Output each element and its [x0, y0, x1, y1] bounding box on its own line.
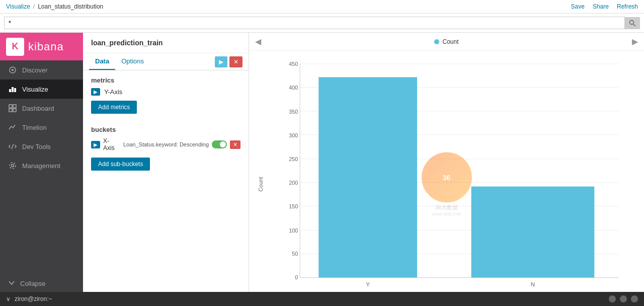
xaxis-badge-label: X-Axis — [103, 137, 115, 151]
breadcrumb-current: Loan_status_distribution — [38, 3, 103, 10]
svg-text:450: 450 — [289, 61, 298, 67]
svg-text:350: 350 — [289, 109, 298, 115]
sidebar-item-discover-label: Discover — [22, 66, 48, 74]
metrics-header: metrics — [91, 76, 240, 84]
share-button[interactable]: Share — [593, 3, 609, 10]
svg-point-13 — [10, 163, 16, 169]
chart-legend: Count — [434, 38, 458, 45]
devtools-icon — [8, 142, 17, 151]
visualize-icon — [8, 85, 17, 94]
svg-line-11 — [12, 144, 14, 149]
svg-line-1 — [633, 24, 636, 26]
top-bar: Visualize / Loan_status_distribution Sav… — [0, 0, 644, 14]
svg-text:150: 150 — [289, 203, 298, 209]
sidebar-item-management[interactable]: Management — [0, 156, 83, 175]
bucket-desc: Loan_Status.keyword: Descending — [123, 141, 209, 147]
buckets-section: buckets ▶ X-Axis Loan_Status.keyword: De… — [83, 120, 249, 177]
terminal-controls — [609, 295, 638, 302]
yaxis-badge: ▶ — [91, 88, 100, 96]
timelion-icon — [8, 123, 17, 132]
sidebar: K kibana Discover Visualize Dashboard — [0, 33, 83, 292]
refresh-button[interactable]: Refresh — [617, 3, 638, 10]
svg-text:N: N — [531, 281, 535, 287]
sidebar-item-timelion[interactable]: Timelion — [0, 118, 83, 137]
kibana-logo-text: kibana — [28, 40, 64, 53]
sidebar-item-visualize[interactable]: Visualize — [0, 80, 83, 99]
svg-text:100: 100 — [289, 227, 298, 234]
bucket-item-xaxis: ▶ X-Axis Loan_Status.keyword: Descending… — [91, 137, 240, 151]
kibana-logo-icon: K — [6, 38, 24, 56]
xaxis-label: X-Axis — [103, 137, 120, 151]
tab-data[interactable]: Data — [89, 53, 115, 70]
chart-svg: 0 50 100 150 200 250 300 350 400 450 — [279, 61, 624, 292]
svg-text:50: 50 — [292, 251, 298, 257]
yaxis-label: Y-Axis — [104, 88, 122, 96]
svg-point-0 — [630, 20, 634, 24]
add-subbuckets-button[interactable]: Add sub-buckets — [91, 158, 150, 171]
chart-nav: ◀ Count ▶ — [249, 33, 644, 51]
sidebar-item-timelion-label: Timelion — [22, 124, 47, 131]
sidebar-item-dashboard-label: Dashboard — [22, 105, 54, 112]
search-button[interactable] — [625, 17, 640, 29]
buckets-header: buckets — [91, 126, 240, 133]
top-actions: Save Share Refresh — [571, 3, 638, 10]
save-button[interactable]: Save — [571, 3, 585, 10]
bucket-delete-button[interactable]: ✕ — [230, 140, 240, 149]
sidebar-nav: Discover Visualize Dashboard Timelion — [0, 60, 83, 275]
breadcrumb-visualize[interactable]: Visualize — [6, 3, 30, 10]
chart-prev-button[interactable]: ◀ — [255, 37, 261, 46]
terminal-control-3[interactable] — [631, 295, 638, 302]
sidebar-item-management-label: Management — [22, 162, 60, 170]
collapse-label: Collapse — [20, 280, 46, 287]
svg-rect-8 — [13, 105, 16, 108]
panel-tabs: Data Options ▶ ✕ — [83, 53, 249, 70]
dashboard-icon — [8, 104, 17, 113]
svg-point-12 — [12, 165, 14, 167]
terminal-control-1[interactable] — [609, 295, 616, 302]
panel-tab-actions: ▶ ✕ — [215, 56, 243, 67]
terminal-control-2[interactable] — [620, 295, 627, 302]
search-input[interactable] — [4, 17, 625, 29]
left-panel: loan_prediction_train Data Options ▶ ✕ m… — [83, 33, 249, 292]
svg-rect-7 — [9, 105, 12, 108]
svg-text:Y: Y — [366, 281, 370, 287]
legend-dot — [434, 39, 439, 44]
bar-2 — [471, 187, 595, 278]
legend-label: Count — [442, 38, 458, 45]
discover-icon — [8, 65, 17, 74]
sidebar-item-dashboard[interactable]: Dashboard — [0, 99, 83, 118]
xaxis-badge: ▶ — [91, 141, 100, 148]
chart-next-button[interactable]: ▶ — [632, 37, 638, 46]
bar-1 — [318, 77, 417, 277]
run-button[interactable]: ▶ — [215, 56, 227, 67]
svg-rect-9 — [9, 109, 12, 112]
svg-rect-4 — [9, 89, 11, 92]
y-axis-label: Count — [258, 177, 264, 191]
chart-wrapper: Count 0 50 100 150 200 250 300 350 400 4… — [249, 51, 644, 292]
search-icon — [629, 20, 636, 27]
svg-rect-5 — [12, 87, 14, 92]
metric-item-yaxis: ▶ Y-Axis — [91, 88, 240, 96]
bucket-toggle[interactable] — [212, 140, 227, 148]
sidebar-item-devtools[interactable]: Dev Tools — [0, 137, 83, 156]
sidebar-item-visualize-label: Visualize — [22, 86, 48, 93]
sidebar-item-discover[interactable]: Discover — [0, 60, 83, 80]
collapse-icon — [8, 279, 15, 288]
svg-text:300: 300 — [289, 132, 298, 138]
svg-rect-10 — [13, 109, 16, 112]
svg-rect-6 — [14, 88, 16, 92]
breadcrumb-sep: / — [33, 3, 35, 10]
sidebar-item-devtools-label: Dev Tools — [22, 143, 51, 150]
tab-options[interactable]: Options — [115, 53, 150, 70]
management-icon — [8, 161, 17, 170]
collapse-button[interactable]: Collapse — [0, 275, 83, 292]
terminal-bar: ∨ ziron@ziron:~ — [0, 292, 644, 306]
terminal-text: ziron@ziron:~ — [15, 295, 52, 302]
svg-point-3 — [12, 69, 14, 71]
svg-text:400: 400 — [289, 85, 298, 91]
terminal-chevron[interactable]: ∨ — [6, 295, 11, 302]
add-metrics-button[interactable]: Add metrics — [91, 101, 137, 114]
search-bar — [0, 14, 644, 33]
sidebar-logo: K kibana — [0, 33, 83, 60]
close-panel-button[interactable]: ✕ — [229, 56, 243, 67]
